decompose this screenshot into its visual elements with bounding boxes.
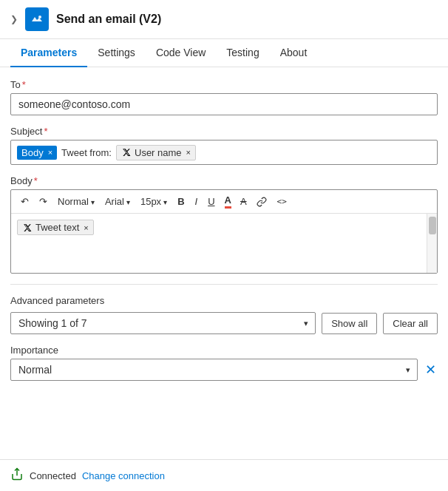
body-tag-label: Body xyxy=(21,147,44,158)
username-tag[interactable]: User name × xyxy=(116,145,196,160)
tab-parameters[interactable]: Parameters xyxy=(10,39,87,67)
tweet-text-tag[interactable]: Tweet text × xyxy=(17,220,94,235)
rte-body[interactable]: Tweet text × xyxy=(11,214,437,273)
page-title: Send an email (V2) xyxy=(56,13,161,26)
tab-about[interactable]: About xyxy=(270,39,318,67)
connected-text: Connected xyxy=(30,470,76,481)
body-required: * xyxy=(34,175,38,186)
tab-codeview[interactable]: Code View xyxy=(146,39,216,67)
subject-required: * xyxy=(44,126,47,137)
code-view-button[interactable]: <> xyxy=(274,194,291,209)
body-label: Body * xyxy=(10,175,438,186)
tab-testing[interactable]: Testing xyxy=(216,39,269,67)
strikethrough-button[interactable]: A xyxy=(237,194,250,209)
x-brand-icon xyxy=(121,147,132,158)
section-divider xyxy=(10,284,438,285)
connector-icon xyxy=(25,7,49,31)
importance-clear-button[interactable]: ✕ xyxy=(424,360,438,379)
content-area: To * Subject * Body × Tweet from: xyxy=(0,67,448,403)
link-button[interactable] xyxy=(253,194,271,209)
importance-select[interactable]: Normal Low High xyxy=(10,359,418,381)
footer: Connected Change connection xyxy=(0,459,448,491)
tweet-text-close[interactable]: × xyxy=(84,223,88,232)
username-tag-close[interactable]: × xyxy=(186,148,191,157)
advanced-params-row: Showing 1 of 7 ▾ Show all Clear all xyxy=(10,312,438,334)
to-input[interactable] xyxy=(10,93,438,115)
font-color-indicator xyxy=(225,206,231,209)
rte-scrollbar[interactable] xyxy=(427,214,437,273)
rte-toolbar: ↶ ↷ Normal Arial 15px xyxy=(11,190,437,214)
importance-label: Importance xyxy=(10,345,438,356)
subject-body-tag[interactable]: Body × xyxy=(17,146,57,160)
underline-button[interactable]: U xyxy=(204,194,218,209)
advanced-params-label: Advanced parameters xyxy=(10,295,438,306)
font-chevron-icon xyxy=(126,196,130,207)
back-chevron[interactable]: ❯ xyxy=(10,14,18,24)
body-field-group: Body * ↶ ↷ Normal Arial xyxy=(10,175,438,274)
tab-settings[interactable]: Settings xyxy=(87,39,146,67)
subject-label: Subject * xyxy=(10,126,438,137)
rte-scroll-thumb xyxy=(429,217,436,234)
rich-text-editor: ↶ ↷ Normal Arial 15px xyxy=(10,189,438,274)
subject-field-group: Subject * Body × Tweet from: User name × xyxy=(10,126,438,165)
font-color-button[interactable]: A xyxy=(222,193,234,210)
to-field-group: To * xyxy=(10,79,438,115)
advanced-params-section: Advanced parameters Showing 1 of 7 ▾ Sho… xyxy=(10,295,438,334)
importance-field-group: Importance Normal Low High ▾ ✕ xyxy=(10,345,438,381)
header: ❯ Send an email (V2) xyxy=(0,0,448,39)
importance-select-wrapper: Normal Low High ▾ xyxy=(10,359,418,381)
size-chevron-icon xyxy=(163,196,167,207)
importance-row: Normal Low High ▾ ✕ xyxy=(10,359,438,381)
body-tag-close[interactable]: × xyxy=(48,148,52,157)
tweet-text-label: Tweet text xyxy=(35,222,79,233)
show-all-button[interactable]: Show all xyxy=(322,313,377,334)
font-dropdown[interactable]: Arial xyxy=(101,194,134,209)
tweet-x-icon xyxy=(22,223,33,233)
redo-button[interactable]: ↷ xyxy=(35,194,51,209)
svg-rect-0 xyxy=(30,12,44,27)
style-chevron-icon xyxy=(91,196,95,207)
bold-button[interactable]: B xyxy=(174,194,188,209)
connected-icon xyxy=(10,467,24,484)
svg-point-1 xyxy=(38,16,41,18)
undo-button[interactable]: ↶ xyxy=(17,194,33,209)
subject-tag-field[interactable]: Body × Tweet from: User name × xyxy=(10,140,438,165)
to-required: * xyxy=(22,79,26,90)
to-label: To * xyxy=(10,79,438,90)
adv-params-select[interactable]: Showing 1 of 7 xyxy=(10,312,316,334)
style-dropdown[interactable]: Normal xyxy=(54,194,98,209)
change-connection-link[interactable]: Change connection xyxy=(82,470,165,481)
clear-all-button[interactable]: Clear all xyxy=(383,313,438,334)
username-tag-label: User name xyxy=(135,147,182,158)
tab-bar: Parameters Settings Code View Testing Ab… xyxy=(0,39,448,67)
tweet-from-text: Tweet from: xyxy=(61,147,112,158)
size-dropdown[interactable]: 15px xyxy=(137,194,171,209)
adv-params-select-wrapper: Showing 1 of 7 ▾ xyxy=(10,312,316,334)
italic-button[interactable]: I xyxy=(191,194,202,209)
